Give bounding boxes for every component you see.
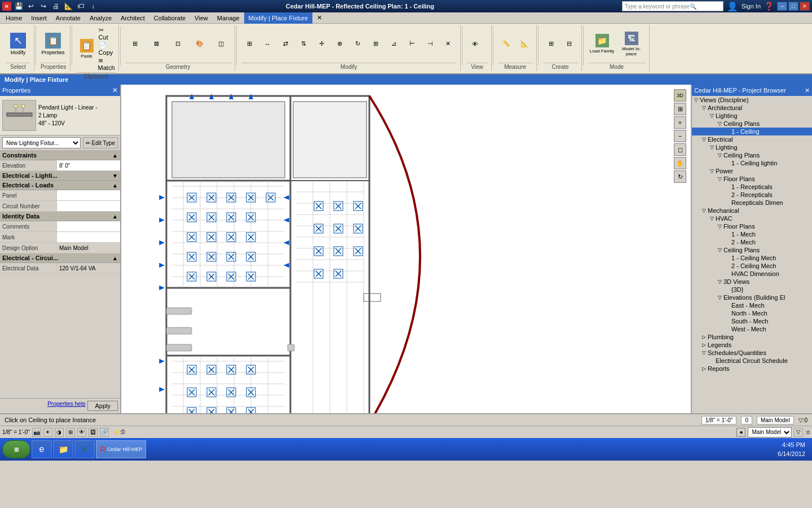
maximize-button[interactable]: □ <box>788 2 798 11</box>
qa-save[interactable]: 💾 <box>14 1 24 11</box>
tree-item[interactable]: ▽Architectural <box>692 104 812 112</box>
canvas-area[interactable]: 3D ⊞ + − ◻ ✋ ↻ <box>121 85 691 413</box>
delete-btn[interactable]: ✕ <box>440 37 457 51</box>
tree-expand-icon[interactable]: ▽ <box>692 97 700 103</box>
tree-expand-icon[interactable]: ▽ <box>716 121 723 126</box>
menu-annotate[interactable]: Annotate <box>51 12 85 24</box>
constraints-section-header[interactable]: Constraints ▲ <box>0 151 120 160</box>
split-btn[interactable]: ⊣ <box>422 37 439 51</box>
align-btn[interactable]: ⊞ <box>241 37 258 51</box>
copy-elem-btn[interactable]: ⊕ <box>332 37 348 51</box>
taskbar-revit[interactable]: R Cedar Hill-MEP <box>96 440 146 458</box>
tree-expand-icon[interactable]: ▽ <box>716 295 723 300</box>
tree-item[interactable]: East - Mech <box>692 301 812 309</box>
help-icon[interactable]: ❓ <box>764 2 774 11</box>
start-button[interactable]: ⊞ <box>2 440 30 458</box>
tree-item[interactable]: 1 - Ceiling lightin <box>692 159 812 167</box>
taskbar-excel[interactable]: X <box>74 440 95 458</box>
tree-item[interactable]: ▽Lighting <box>692 112 812 120</box>
tree-item[interactable]: South - Mech <box>692 317 812 325</box>
tree-item[interactable]: ▽Floor Plans <box>692 222 812 230</box>
tree-expand-icon[interactable]: ▽ <box>708 113 716 119</box>
tree-item[interactable]: ▽Ceiling Plans <box>692 120 812 128</box>
tree-item[interactable]: 1 - Ceiling Mech <box>692 254 812 262</box>
search-box[interactable]: Type a keyword or phrase 🔍 <box>622 1 723 11</box>
fixture-type-dropdown[interactable]: New Lighting Fixtur... <box>2 137 81 148</box>
tree-expand-icon[interactable]: ▽ <box>716 247 723 253</box>
circuit-number-value[interactable] <box>56 201 120 211</box>
qa-tag[interactable]: 🏷 <box>76 1 86 11</box>
zoom-out-btn[interactable]: − <box>674 130 686 142</box>
qa-undo[interactable]: ↩ <box>26 1 36 11</box>
pan-btn[interactable]: ✋ <box>674 157 686 169</box>
minimize-button[interactable]: ─ <box>777 2 787 11</box>
qa-measure[interactable]: 📐 <box>63 1 73 11</box>
qa-arrow[interactable]: ↓ <box>88 1 98 11</box>
tree-item[interactable]: ▽Ceiling Plans <box>692 151 812 159</box>
3d-view-btn[interactable]: 3D <box>674 89 686 102</box>
menu-home[interactable]: Home <box>1 12 27 24</box>
electrical-lighting-section-header[interactable]: Electrical - Lighti... ▼ <box>0 171 120 181</box>
tree-item[interactable]: ▷Reports <box>692 365 812 373</box>
identity-data-section-header[interactable]: Identity Data ▲ <box>0 212 120 221</box>
tree-item[interactable]: ▽Views (Discipline) <box>692 96 812 104</box>
tree-item[interactable]: ▽Mechanical <box>692 207 812 214</box>
move-btn[interactable]: ✛ <box>314 37 330 51</box>
tree-item[interactable]: ▷Plumbing <box>692 333 812 341</box>
offset-btn[interactable]: ↔ <box>259 37 276 51</box>
comments-value[interactable] <box>56 221 120 231</box>
tree-item[interactable]: HVAC Dimension <box>692 270 812 278</box>
hide-elem-btn[interactable]: 👁 <box>467 37 484 51</box>
tree-expand-icon[interactable]: ▽ <box>716 279 723 284</box>
tree-item[interactable]: 1 - Recepticals <box>692 183 812 191</box>
tree-item[interactable]: 1 - Ceiling <box>692 128 812 135</box>
zoom-extents-btn[interactable]: ⊞ <box>674 103 686 115</box>
qa-print[interactable]: 🖨 <box>51 1 61 11</box>
measure-btn[interactable]: 📏 <box>498 37 515 51</box>
menu-modify[interactable]: Modify | Place Fixture <box>244 12 313 24</box>
tree-item[interactable]: ▽Elevations (Building El <box>692 294 812 301</box>
rotate-view-btn[interactable]: ↻ <box>674 170 686 183</box>
properties-help-link[interactable]: Properties help <box>47 401 85 411</box>
create1-btn[interactable]: ⊞ <box>543 37 560 51</box>
measure2-btn[interactable]: 📐 <box>516 37 533 51</box>
menu-architect[interactable]: Architect <box>116 12 149 24</box>
copy-btn[interactable]: 📄 Copy <box>98 41 115 56</box>
uncut-btn[interactable]: ⊡ <box>168 37 188 51</box>
tree-expand-icon[interactable]: ▷ <box>700 334 708 340</box>
tree-expand-icon[interactable]: ▽ <box>700 105 708 111</box>
properties-btn[interactable]: 📋 Properties <box>41 28 65 60</box>
tree-item[interactable]: Electrical Circuit Schedule <box>692 357 812 365</box>
tree-item[interactable]: ▽Ceiling Plans <box>692 246 812 254</box>
tree-item[interactable]: ▽Electrical <box>692 135 812 143</box>
menu-view[interactable]: View <box>190 12 213 24</box>
elevation-value[interactable]: 8' 0" <box>56 160 120 170</box>
menu-collaborate[interactable]: Collaborate <box>149 12 190 24</box>
tree-expand-icon[interactable]: ▽ <box>700 137 708 142</box>
cut-btn[interactable]: ✂ Cut <box>98 26 115 41</box>
electrical-loads-section-header[interactable]: Electrical - Loads ▲ <box>0 181 120 190</box>
zoom-fit-btn[interactable]: ◻ <box>674 143 686 156</box>
tree-expand-icon[interactable]: ▽ <box>716 224 723 229</box>
tree-item[interactable]: ▽Power <box>692 167 812 175</box>
paste-btn[interactable]: 📋 Paste <box>77 33 97 64</box>
tree-expand-icon[interactable]: ▽ <box>716 176 723 182</box>
model-selector[interactable]: Main Model <box>748 427 792 437</box>
pb-tree-content[interactable]: ▽Views (Discipline)▽Architectural▽Lighti… <box>692 96 812 413</box>
splitface-btn[interactable]: ◫ <box>211 37 231 51</box>
mark-value[interactable] <box>56 232 120 242</box>
array-btn[interactable]: ⊞ <box>368 37 385 51</box>
taskbar-ie[interactable]: e <box>32 440 52 458</box>
mirror-draw-btn[interactable]: ⇅ <box>295 37 312 51</box>
menu-close-tab[interactable]: ✕ <box>312 12 326 24</box>
tree-expand-icon[interactable]: ▽ <box>700 208 708 213</box>
panel-value[interactable] <box>56 190 120 200</box>
tree-item[interactable]: ▽HVAC <box>692 214 812 222</box>
edit-type-button[interactable]: ✏ Edit Type <box>83 137 118 148</box>
tree-item[interactable]: 2 - Mech <box>692 238 812 246</box>
sign-in[interactable]: Sign In <box>742 3 761 10</box>
cut-geometry-btn[interactable]: ⊠ <box>147 37 167 51</box>
trim-btn[interactable]: ⊢ <box>404 37 421 51</box>
menu-manage[interactable]: Manage <box>213 12 244 24</box>
tree-expand-icon[interactable]: ▷ <box>700 366 708 371</box>
